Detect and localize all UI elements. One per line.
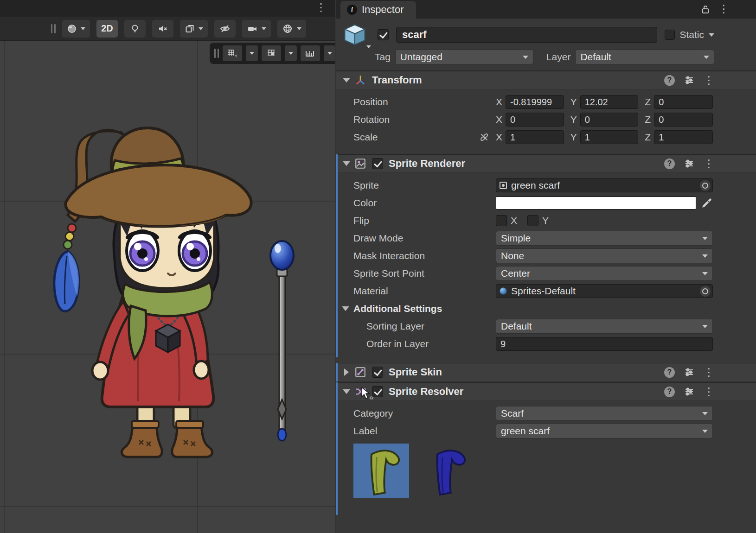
- lock-icon[interactable]: [701, 4, 710, 14]
- gameobject-header: scarf Static Tag Untagged Layer Default: [336, 19, 756, 71]
- blue-scarf-icon: [424, 446, 470, 495]
- scene-gizmos-button[interactable]: [277, 20, 306, 38]
- foldout-open-icon[interactable]: [343, 389, 350, 394]
- presets-icon[interactable]: [684, 367, 694, 377]
- sprite-resolver-header[interactable]: Sprite Resolver ? ⋮: [336, 382, 756, 401]
- chevron-down-icon: [297, 27, 301, 30]
- sprite-renderer-enabled-checkbox[interactable]: [372, 158, 383, 169]
- sprite-skin-enabled-checkbox[interactable]: [372, 367, 383, 378]
- sprite-thumbnail-green-scarf[interactable]: [353, 444, 409, 498]
- draw-mode-dropdown[interactable]: Simple: [496, 231, 713, 246]
- sprite-renderer-header[interactable]: Sprite Renderer ? ⋮: [336, 154, 756, 173]
- snap-increment-dropdown[interactable]: [324, 45, 335, 61]
- scene-camera-button[interactable]: [242, 20, 271, 38]
- toolbar-drag-handle[interactable]: [51, 24, 56, 33]
- presets-icon[interactable]: [684, 387, 694, 397]
- object-picker-icon[interactable]: [700, 286, 711, 297]
- gameobject-active-checkbox[interactable]: [378, 29, 389, 40]
- chevron-down-icon: [523, 56, 528, 59]
- component-menu-icon[interactable]: ⋮: [704, 159, 714, 169]
- tab-inspector[interactable]: i Inspector: [340, 1, 416, 19]
- grid-snap-dropdown[interactable]: [285, 45, 297, 61]
- scene-visibility-button[interactable]: [214, 20, 236, 38]
- chevron-down-icon: [702, 412, 708, 415]
- rotation-y-field[interactable]: 0: [580, 113, 639, 127]
- gameobject-icon-button[interactable]: [342, 22, 367, 47]
- inspector-menu-icon[interactable]: ⋮: [718, 4, 729, 14]
- label-dropdown[interactable]: green scarf: [496, 424, 713, 438]
- grid-toolbar-drag-handle[interactable]: [214, 49, 219, 58]
- static-dropdown-icon[interactable]: [709, 33, 714, 37]
- presets-icon[interactable]: [684, 159, 694, 169]
- layer-dropdown[interactable]: Default: [575, 50, 714, 64]
- position-x-field[interactable]: -0.819999: [506, 95, 564, 109]
- shading-mode-button[interactable]: [62, 20, 90, 38]
- foldout-open-icon[interactable]: [343, 161, 350, 166]
- scene-view[interactable]: ⋮ 2D Y: [0, 0, 335, 533]
- scene-canvas[interactable]: [0, 0, 335, 533]
- presets-icon[interactable]: [684, 75, 694, 85]
- eyedropper-icon[interactable]: [701, 197, 713, 209]
- position-y-field[interactable]: 12.02: [580, 95, 639, 109]
- component-menu-icon[interactable]: ⋮: [704, 367, 714, 378]
- position-z-field[interactable]: 0: [654, 95, 713, 109]
- help-icon[interactable]: ?: [664, 367, 675, 378]
- material-object-field[interactable]: Sprites-Default: [496, 284, 713, 298]
- snap-increment-button[interactable]: [301, 45, 320, 61]
- scene-lighting-button[interactable]: [124, 20, 146, 38]
- gameobject-name-field[interactable]: scarf: [396, 27, 657, 43]
- draw-mode-row: Draw Mode Simple: [336, 229, 756, 247]
- foldout-open-icon[interactable]: [342, 306, 349, 311]
- scale-y-field[interactable]: 1: [580, 130, 639, 144]
- sprite-renderer-icon: [354, 158, 366, 170]
- sort-point-dropdown[interactable]: Center: [496, 266, 713, 281]
- sprite-skin-header[interactable]: Sprite Skin ? ⋮: [336, 363, 756, 381]
- flip-y-checkbox[interactable]: [527, 215, 538, 226]
- link-constraint-icon[interactable]: [479, 132, 489, 142]
- material-label: Material: [353, 286, 496, 297]
- additional-settings-row[interactable]: Additional Settings: [336, 300, 756, 317]
- scene-effects-button[interactable]: [180, 20, 208, 38]
- chevron-down-icon: [702, 325, 708, 328]
- staff-sprite[interactable]: [270, 241, 294, 441]
- category-dropdown[interactable]: Scarf: [496, 406, 713, 421]
- order-in-layer-field[interactable]: 9: [496, 337, 713, 351]
- 2d-mode-button[interactable]: 2D: [96, 20, 118, 38]
- scale-z-field[interactable]: 1: [654, 130, 713, 144]
- foldout-open-icon[interactable]: [343, 78, 350, 82]
- static-checkbox[interactable]: [665, 30, 675, 40]
- rotation-x-field[interactable]: 0: [506, 113, 564, 127]
- grid-axis-dropdown[interactable]: [246, 45, 258, 61]
- help-icon[interactable]: ?: [664, 159, 675, 169]
- order-in-layer-label: Order in Layer: [353, 338, 496, 349]
- scene-audio-button[interactable]: [152, 20, 173, 38]
- help-icon[interactable]: ?: [664, 387, 675, 397]
- info-icon: i: [347, 5, 357, 15]
- scale-x-field[interactable]: 1: [506, 130, 564, 144]
- color-swatch[interactable]: [496, 197, 696, 209]
- sorting-layer-dropdown[interactable]: Default: [496, 319, 713, 334]
- object-picker-icon[interactable]: [700, 180, 711, 191]
- draw-mode-label: Draw Mode: [353, 233, 496, 244]
- layer-label: Layer: [546, 51, 571, 63]
- scale-row: Scale X1 Y1 Z1: [336, 128, 756, 146]
- mouse-cursor: [360, 387, 374, 401]
- help-icon[interactable]: ?: [664, 75, 675, 86]
- chevron-down-icon: [702, 254, 708, 258]
- tag-dropdown[interactable]: Untagged: [395, 50, 533, 64]
- axis-y-label: Y: [570, 132, 577, 143]
- grid-snap-button[interactable]: [262, 45, 281, 61]
- component-menu-icon[interactable]: ⋮: [704, 75, 714, 86]
- component-menu-icon[interactable]: ⋮: [704, 387, 714, 397]
- grid-axis-button[interactable]: Y: [223, 45, 242, 61]
- sprite-thumbnail-blue-scarf[interactable]: [419, 444, 475, 498]
- chevron-down-icon: [704, 56, 709, 59]
- sprite-object-field[interactable]: green scarf: [496, 178, 713, 192]
- character-sprite[interactable]: [54, 128, 251, 457]
- mask-interaction-dropdown[interactable]: None: [496, 248, 713, 263]
- flip-x-checkbox[interactable]: [496, 215, 507, 226]
- foldout-closed-icon[interactable]: [344, 368, 349, 376]
- rotation-z-field[interactable]: 0: [654, 113, 713, 127]
- scene-menu-icon[interactable]: ⋮: [315, 2, 327, 13]
- transform-header[interactable]: Transform ? ⋮: [336, 71, 756, 89]
